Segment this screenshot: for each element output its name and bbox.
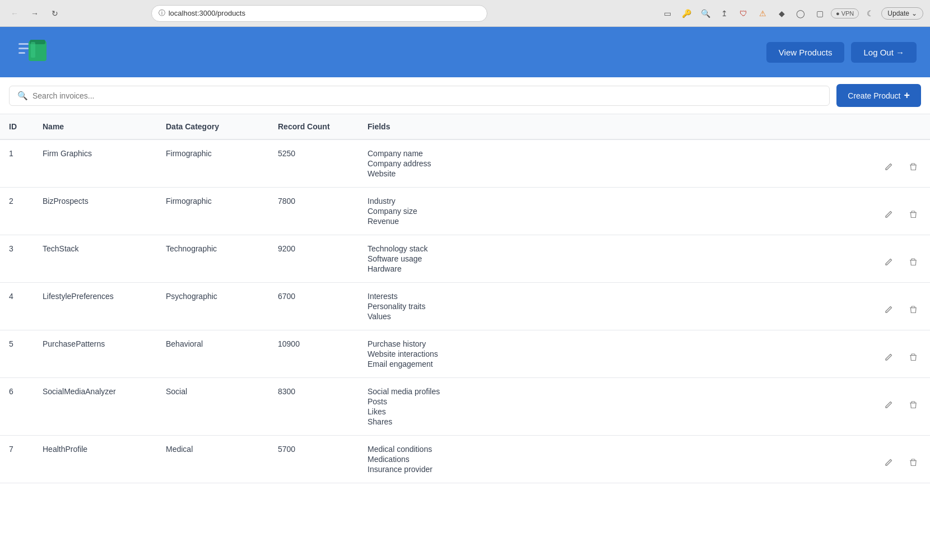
cell-actions [872,378,930,436]
svg-rect-1 [18,48,29,49]
night-mode-btn[interactable]: ☾ [862,6,878,21]
cell-name: TechStack [34,235,157,283]
field-item: Medical conditions [368,445,863,454]
address-bar: ⓘ localhost:3000/products [151,5,487,22]
cell-actions [872,330,930,378]
field-item: Personality traits [368,302,863,311]
field-item: Shares [368,417,863,426]
delete-button[interactable] [905,159,921,175]
cell-fields: Medical conditionsMedicationsInsurance p… [359,436,872,483]
edit-button[interactable] [881,207,896,222]
table-container: ID Name Data Category Record Count Field… [0,114,930,483]
col-header-actions [872,114,930,139]
col-header-category: Data Category [157,114,269,139]
table-row: 3TechStackTechnographic9200Technology st… [0,235,930,283]
field-item: Email engagement [368,360,863,368]
create-product-button[interactable]: Create Product + [836,84,921,107]
field-item: Website [368,169,863,178]
table-row: 5PurchasePatternsBehavioral10900Purchase… [0,330,930,378]
edit-button[interactable] [881,159,896,175]
edit-button[interactable] [881,302,896,318]
cell-id: 2 [0,188,34,235]
field-item: Likes [368,407,863,416]
cell-category: Firmographic [157,139,269,188]
delete-button[interactable] [905,349,921,365]
logout-button[interactable]: Log Out → [851,42,917,63]
field-item: Medications [368,455,863,464]
share-icon-btn[interactable]: ↥ [717,6,732,21]
edit-button[interactable] [881,254,896,270]
update-label: Update [887,10,909,17]
field-item: Website interactions [368,349,863,358]
table-row: 7HealthProfileMedical5700Medical conditi… [0,436,930,483]
cell-fields: Company nameCompany addressWebsite [359,139,872,188]
sidebar-btn[interactable]: ◯ [793,6,808,21]
cell-fields: Purchase historyWebsite interactionsEmai… [359,330,872,378]
bookmark-button[interactable]: ▭ [659,6,675,21]
cell-name: HealthProfile [34,436,157,483]
field-item: Social media profiles [368,387,863,396]
cell-name: SocialMediaAnalyzer [34,378,157,436]
svg-rect-5 [31,42,35,58]
field-item: Values [368,312,863,321]
view-products-button[interactable]: View Products [766,42,845,63]
header-row: ID Name Data Category Record Count Field… [0,114,930,139]
back-button[interactable]: ← [7,6,22,21]
field-item: Interests [368,292,863,301]
create-product-label: Create Product [848,91,900,100]
cell-fields: Technology stackSoftware usageHardware [359,235,872,283]
field-item: Purchase history [368,339,863,348]
table-row: 1Firm GraphicsFirmographic5250Company na… [0,139,930,188]
plus-icon: + [904,90,910,101]
delete-button[interactable] [905,302,921,318]
cell-category: Technographic [157,235,269,283]
cell-name: Firm Graphics [34,139,157,188]
cell-id: 4 [0,283,34,330]
cell-actions [872,283,930,330]
warning-icon-btn[interactable]: ⚠ [755,6,770,21]
browser-chrome: ← → ↻ ⓘ localhost:3000/products ▭ 🔑 🔍 ↥ … [0,0,930,27]
delete-button[interactable] [905,455,921,470]
col-header-fields: Fields [359,114,872,139]
products-table: ID Name Data Category Record Count Field… [0,114,930,483]
zoom-icon-btn[interactable]: 🔍 [698,6,713,21]
wallet-btn[interactable]: ▢ [812,6,827,21]
extensions-btn[interactable]: ◆ [774,6,789,21]
logo-icon [16,35,50,69]
field-item: Technology stack [368,244,863,253]
table-body: 1Firm GraphicsFirmographic5250Company na… [0,139,930,483]
search-input[interactable] [32,91,821,100]
reload-button[interactable]: ↻ [47,6,63,21]
edit-button[interactable] [881,397,896,413]
delete-button[interactable] [905,207,921,222]
cell-id: 5 [0,330,34,378]
vpn-badge: ● VPN [831,8,859,18]
cell-count: 7800 [269,188,359,235]
cell-actions [872,139,930,188]
field-item: Posts [368,397,863,406]
delete-button[interactable] [905,254,921,270]
edit-button[interactable] [881,349,896,365]
cell-id: 7 [0,436,34,483]
edit-button[interactable] [881,455,896,470]
forward-button[interactable]: → [27,6,43,21]
field-item: Company address [368,159,863,168]
toolbar: 🔍 Create Product + [0,77,930,114]
field-item: Revenue [368,217,863,226]
cell-count: 6700 [269,283,359,330]
view-products-label: View Products [779,48,833,57]
delete-button[interactable] [905,397,921,413]
update-button[interactable]: Update ⌄ [881,7,923,20]
svg-rect-2 [18,52,25,54]
field-item: Hardware [368,264,863,273]
shield-icon-btn[interactable]: 🛡 [736,6,751,21]
vpn-icon: ● [836,10,840,17]
cell-category: Medical [157,436,269,483]
field-item: Industry [368,197,863,206]
col-header-count: Record Count [269,114,359,139]
cell-count: 10900 [269,330,359,378]
search-wrap: 🔍 [9,86,830,106]
cell-count: 9200 [269,235,359,283]
key-icon-btn[interactable]: 🔑 [678,6,694,21]
cell-actions [872,235,930,283]
